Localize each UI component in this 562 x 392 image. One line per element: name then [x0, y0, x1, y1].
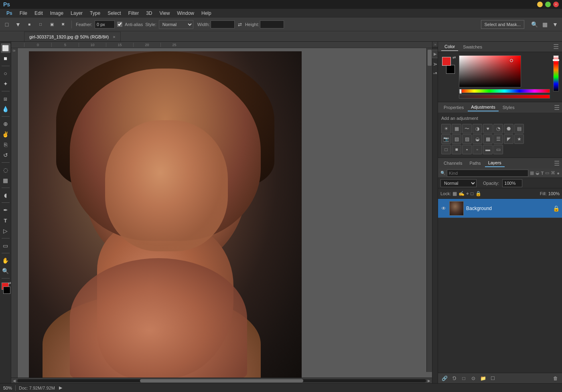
posterize-adj-icon[interactable]: ▩	[483, 134, 493, 144]
tab-close-button[interactable]: ×	[113, 34, 115, 39]
style-select[interactable]: Normal Fixed Ratio Fixed Size	[159, 20, 193, 29]
menu-help[interactable]: Help	[198, 10, 215, 17]
feather-input[interactable]	[95, 20, 115, 28]
magic-wand-tool[interactable]: ✦	[1, 79, 10, 89]
type-tool[interactable]: T	[1, 216, 10, 225]
gradient-tool[interactable]: ▦	[1, 176, 10, 185]
workspace-icon[interactable]: ▦	[540, 20, 549, 29]
layer-link-button[interactable]: 🔗	[440, 374, 448, 382]
lock-artboard-icon[interactable]: □	[471, 191, 473, 196]
gradient-map-adj-icon[interactable]: ◤	[504, 134, 513, 144]
shape-tool[interactable]: ▭	[1, 241, 10, 251]
hue-saturation-picker[interactable]	[459, 55, 521, 87]
paths-tab[interactable]: Paths	[466, 160, 484, 167]
lock-all-icon[interactable]: 🔒	[475, 191, 481, 196]
swap-dimensions-icon[interactable]: ⇄	[235, 20, 244, 29]
filter-toggle[interactable]: ●	[557, 171, 560, 176]
brush-tool[interactable]: ✌	[1, 129, 10, 139]
layer-visibility-icon[interactable]: 👁	[440, 205, 447, 212]
foreground-color[interactable]	[442, 57, 451, 66]
swatches-tab[interactable]: Swatches	[460, 43, 485, 51]
adj-icon-e[interactable]: ▬	[483, 145, 493, 154]
layer-mask-button[interactable]: □	[460, 374, 468, 382]
color-spectrum-bar[interactable]	[553, 55, 559, 91]
marquee-tool[interactable]: ◽	[1, 54, 10, 63]
side-type-icon[interactable]: A	[432, 61, 438, 67]
height-input[interactable]	[260, 20, 284, 28]
side-para-icon[interactable]: ¶	[432, 71, 438, 76]
maximize-button[interactable]	[545, 2, 551, 7]
intersect-icon[interactable]: ▣	[47, 20, 56, 29]
adj-icon-b[interactable]: ■	[452, 145, 461, 154]
menu-window[interactable]: Window	[174, 10, 197, 17]
menu-filter[interactable]: Filter	[125, 10, 142, 17]
swap-colors-icon[interactable]: ⇄	[8, 281, 11, 285]
hsl-adj-icon[interactable]: ◔	[493, 124, 503, 133]
background-color-swatch[interactable]	[3, 287, 10, 294]
eyedropper-tool[interactable]: 💧	[1, 104, 10, 114]
eraser-tool[interactable]: ◌	[1, 165, 10, 175]
brightness-adj-icon[interactable]: ☀	[441, 124, 451, 133]
bw-adj-icon[interactable]: ▤	[514, 124, 524, 133]
selective-color-adj-icon[interactable]: ★	[514, 134, 524, 144]
layers-tab[interactable]: Layers	[485, 159, 505, 167]
menu-view[interactable]: View	[156, 10, 173, 17]
dodge-tool[interactable]: ◖	[1, 190, 10, 200]
menu-3d[interactable]: 3D	[143, 10, 155, 17]
adj-icon-c[interactable]: ▪	[462, 145, 472, 154]
pen-tool[interactable]: ✒	[1, 205, 10, 215]
image-tab[interactable]: girl-3033718_1920.jpg @ 50% (RGB/8#) ×	[24, 32, 121, 41]
filter-adjust-icon[interactable]: ◒	[536, 170, 540, 176]
menu-edit[interactable]: Edit	[31, 10, 46, 17]
width-input[interactable]	[211, 20, 235, 28]
color-tab[interactable]: Color	[441, 42, 458, 51]
threshold-adj-icon[interactable]: ☰	[493, 134, 503, 144]
scroll-right-btn[interactable]: ▶	[428, 379, 430, 383]
layers-filter-input[interactable]	[447, 170, 528, 177]
lock-transparent-icon[interactable]: ▦	[452, 191, 457, 196]
levels-adj-icon[interactable]: ▦	[452, 124, 461, 133]
path-select-tool[interactable]: ▷	[1, 226, 10, 236]
collapse-panel-btn[interactable]: »	[432, 42, 438, 47]
hand-tool[interactable]: ✋	[1, 256, 10, 265]
marquee-stroke-icon[interactable]: □	[36, 20, 45, 29]
menu-ps[interactable]: Ps	[3, 10, 16, 17]
layer-effects-button[interactable]: ⅁	[450, 374, 458, 382]
anti-alias-checkbox[interactable]	[117, 22, 122, 27]
styles-tab[interactable]: Styles	[499, 104, 518, 111]
layer-locked-icon[interactable]: 🔒	[553, 205, 560, 212]
channels-tab[interactable]: Channels	[440, 160, 465, 167]
search-icon[interactable]: 🔍	[530, 20, 539, 29]
scroll-left-btn[interactable]: ◀	[13, 379, 16, 383]
layer-new-button[interactable]: ☐	[489, 374, 497, 382]
clone-tool[interactable]: ⎘	[1, 140, 10, 150]
hue-bar[interactable]	[459, 89, 550, 93]
history-brush-tool[interactable]: ↺	[1, 150, 10, 160]
doc-info-arrow[interactable]: ▶	[59, 385, 62, 390]
invert-adj-icon[interactable]: ◒	[473, 134, 482, 144]
menu-image[interactable]: Image	[47, 10, 67, 17]
exposure-adj-icon[interactable]: ◑	[473, 124, 482, 133]
healing-tool[interactable]: ⊕	[1, 119, 10, 129]
h-scroll-thumb[interactable]	[140, 379, 304, 382]
filter-shape-icon[interactable]: ▭	[545, 170, 549, 176]
photo-filter-adj-icon[interactable]: 📷	[441, 134, 451, 144]
opacity-input[interactable]	[502, 179, 522, 187]
minimize-button[interactable]	[537, 2, 543, 7]
layers-panel-menu[interactable]: ☰	[554, 160, 560, 167]
layer-group-button[interactable]: 📁	[479, 374, 487, 382]
colorbalance-adj-icon[interactable]: ⬣	[504, 124, 513, 133]
layer-adjustment-button[interactable]: ⊙	[469, 374, 477, 382]
properties-tab[interactable]: Properties	[440, 104, 467, 111]
layer-blend-select[interactable]: Normal Multiply Screen Overlay	[440, 179, 477, 187]
swap-fg-bg-icon[interactable]: ⇄	[452, 55, 456, 60]
lock-position-icon[interactable]: ⌖	[466, 191, 469, 196]
adjustments-tab[interactable]: Adjustments	[468, 103, 499, 111]
canvas-viewport[interactable]	[18, 48, 432, 378]
vertical-scrollbar[interactable]	[426, 48, 432, 372]
filter-type-icon[interactable]: T	[541, 171, 544, 176]
channel-mixer-adj-icon[interactable]: ▧	[452, 134, 461, 144]
marquee-fill-icon[interactable]: ■	[25, 20, 34, 29]
marquee-rect-tool[interactable]: □	[2, 20, 11, 29]
layer-delete-button[interactable]: 🗑	[552, 374, 560, 382]
